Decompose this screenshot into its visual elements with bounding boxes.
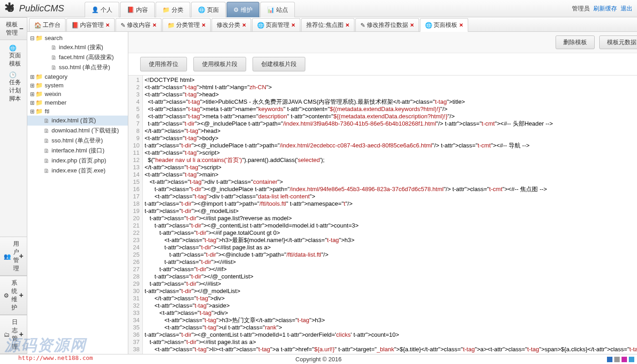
- expand-icon[interactable]: ⊞: [29, 100, 35, 106]
- code-line-14[interactable]: <t-attr">class="t-tag">main>: [145, 171, 637, 178]
- code-line-31[interactable]: </t-attr">class="t-tag">div>: [145, 295, 637, 302]
- section-head-1[interactable]: 👥用户管理+: [0, 237, 27, 276]
- code-line-1[interactable]: <!DOCTYPE html>: [145, 76, 637, 84]
- code-line-30[interactable]: t-attr">class="t-dir"></@_modelList>: [145, 288, 637, 295]
- code-line-36[interactable]: t-attr">class="t-dir"><@_contentList t-a…: [145, 331, 637, 339]
- sub-tab-1[interactable]: 📕内容管理✕: [66, 18, 115, 31]
- close-icon[interactable]: ✕: [242, 22, 246, 28]
- sub-tab-2[interactable]: ✎修改内容✕: [116, 18, 162, 31]
- tree-row-13[interactable]: 🗎index.php (首页.php): [27, 156, 128, 166]
- main-nav-tab-2[interactable]: 📁分类: [156, 2, 190, 17]
- code-editor[interactable]: 1234567891011121314151617181920212223242…: [128, 75, 637, 354]
- code-line-17[interactable]: <t-attr">class="t-tag">div t-attr">class…: [145, 193, 637, 200]
- sub-tab-6[interactable]: 推荐位:焦点图✕: [301, 18, 354, 31]
- code-line-2[interactable]: <t-attr">class="t-tag">html t-attr">lang…: [145, 84, 637, 91]
- theme-swatch-1[interactable]: [614, 357, 620, 362]
- code-line-5[interactable]: <t-attr">class="t-tag">meta t-attr">name…: [145, 106, 637, 113]
- expand-icon[interactable]: ⊞: [29, 91, 35, 97]
- close-icon[interactable]: ✕: [152, 22, 157, 28]
- sub-tab-5[interactable]: 🌐页面管理✕: [252, 18, 300, 31]
- sub-tab-7[interactable]: ✎修改推荐位数据✕: [355, 18, 419, 31]
- tree-row-0[interactable]: ⊟📁search: [27, 34, 128, 42]
- theme-swatch-2[interactable]: [622, 357, 627, 362]
- code-line-19[interactable]: t-attr">class="t-dir"><@_modelList>: [145, 207, 637, 215]
- code-line-15[interactable]: <t-attr">class="t-tag">div t-attr">class…: [145, 178, 637, 186]
- refresh-cache-link[interactable]: 刷新缓存: [593, 5, 617, 13]
- close-icon[interactable]: ✕: [291, 22, 295, 28]
- close-icon[interactable]: ✕: [106, 22, 110, 28]
- main-nav-tab-5[interactable]: 📊站点: [260, 2, 295, 17]
- expand-icon[interactable]: ⊞: [29, 108, 35, 115]
- theme-swatch-0[interactable]: [607, 357, 612, 362]
- tree-row-4[interactable]: ⊞📁category: [27, 72, 128, 81]
- code-line-37[interactable]: t-attr">class="t-dir"><#list page.list a…: [145, 339, 637, 346]
- theme-swatch-3[interactable]: [629, 357, 634, 362]
- code-line-7[interactable]: t-attr">class="t-dir"><@_includePlace t-…: [145, 120, 637, 127]
- tree-row-10[interactable]: 🗎download.html (下载链接): [27, 126, 128, 136]
- close-icon[interactable]: ✕: [202, 22, 206, 28]
- logout-link[interactable]: 退出: [621, 5, 632, 13]
- close-icon[interactable]: ✕: [345, 22, 349, 28]
- sub-tab-0[interactable]: 🏠工作台: [29, 18, 66, 31]
- code-line-33[interactable]: <t-attr">class="t-tag">div>: [145, 309, 637, 317]
- code-line-21[interactable]: t-attr">class="t-dir"><@_contentList t-a…: [145, 222, 637, 229]
- code-line-20[interactable]: t-attr">class="t-dir"><#list page.list?r…: [145, 215, 637, 222]
- expand-icon[interactable]: ⊟: [29, 35, 35, 41]
- sub-tab-4[interactable]: 修改分类✕: [212, 18, 251, 31]
- code-line-11[interactable]: <t-attr">class="t-tag">script>: [145, 149, 637, 157]
- toolbar-btn-1[interactable]: 模板元数据: [599, 35, 637, 49]
- main-nav-tab-3[interactable]: 🌐页面: [191, 2, 226, 17]
- tree-row-2[interactable]: 🗎facet.html (高级搜索): [27, 52, 128, 62]
- code-line-22[interactable]: t-attr">class="t-dir"><#if page.totalCou…: [145, 229, 637, 237]
- code-line-16[interactable]: t-attr">class="t-dir"><@_includePlace t-…: [145, 186, 637, 193]
- tree-row-12[interactable]: 🗎interface.html (接口): [27, 146, 128, 156]
- code-line-3[interactable]: <t-attr">class="t-tag">head>: [145, 91, 637, 98]
- toolbar2-btn-1[interactable]: 使用模板片段: [193, 57, 246, 71]
- file-tree[interactable]: ⊟📁search🗎index.html (搜索)🗎facet.html (高级搜…: [27, 32, 128, 354]
- code-line-32[interactable]: <t-attr">class="t-tag">aside>: [145, 302, 637, 309]
- tree-row-6[interactable]: ⊞📁weixin: [27, 90, 128, 98]
- close-icon[interactable]: ✕: [459, 22, 463, 28]
- code-line-25[interactable]: t-attr">class="t-dir"><@include t-attr">…: [145, 251, 637, 258]
- code-line-6[interactable]: <t-attr">class="t-tag">meta t-attr">name…: [145, 113, 637, 120]
- code-line-35[interactable]: <t-attr">class="t-tag">ul t-attr">class=…: [145, 324, 637, 331]
- code-line-9[interactable]: <t-attr">class="t-tag">body>: [145, 135, 637, 142]
- close-icon[interactable]: ✕: [410, 22, 414, 28]
- main-nav-tab-1[interactable]: 📕内容: [120, 2, 155, 17]
- code-line-27[interactable]: t-attr">class="t-dir"></#if>: [145, 266, 637, 273]
- tree-row-1[interactable]: 🗎index.html (搜索): [27, 42, 128, 52]
- code-line-18[interactable]: t-attr">class="t-dir"><@import t-attr">p…: [145, 200, 637, 207]
- code-line-23[interactable]: <t-attr">class="t-tag">h3>最新${model.name…: [145, 237, 637, 244]
- sub-tab-8[interactable]: 🌐页面模板✕: [420, 18, 468, 32]
- tree-row-8[interactable]: ⊞📁ftl: [27, 107, 128, 116]
- tree-row-14[interactable]: 🗎index.exe (首页.exe): [27, 166, 128, 176]
- toolbar-btn-0[interactable]: 删除模板: [556, 35, 595, 49]
- code-line-24[interactable]: t-attr">class="t-dir"><#list page.list a…: [145, 244, 637, 251]
- code-line-12[interactable]: $("header nav ul li a:contains('首页')").p…: [145, 157, 637, 164]
- code-line-26[interactable]: t-attr">class="t-dir"></#list>: [145, 258, 637, 266]
- tree-row-9[interactable]: 🗎index.html (首页): [27, 116, 128, 126]
- section-head-0[interactable]: 模板管理–: [0, 17, 27, 40]
- code-line-38[interactable]: <t-attr">class="t-tag">li><t-attr">class…: [145, 346, 637, 353]
- expand-icon[interactable]: ⊞: [29, 82, 35, 89]
- toolbar2-btn-0[interactable]: 使用推荐位: [140, 57, 187, 71]
- code-line-4[interactable]: <t-attr">class="t-tag">title>PublicCMS -…: [145, 98, 637, 106]
- code-line-34[interactable]: <t-attr">class="t-tag">h3>热门文章</t-attr">…: [145, 317, 637, 324]
- code-line-28[interactable]: t-attr">class="t-dir"></@_contentList>: [145, 273, 637, 280]
- tree-row-7[interactable]: ⊞📁member: [27, 98, 128, 107]
- section-head-3[interactable]: 🗂日志管理+: [0, 315, 27, 354]
- tree-row-3[interactable]: 🗎sso.html (单点登录): [27, 62, 128, 72]
- main-nav-tab-0[interactable]: 👤个人: [85, 2, 119, 17]
- toolbar2-btn-2[interactable]: 创建模板片段: [253, 57, 305, 71]
- code-line-29[interactable]: t-attr">class="t-dir"></#list>: [145, 280, 637, 288]
- sidebar-item-0-0[interactable]: 🌐页面模板: [0, 43, 27, 70]
- tree-row-5[interactable]: ⊞📁system: [27, 81, 128, 90]
- main-nav-tab-4[interactable]: ⚙维护: [227, 2, 259, 17]
- sidebar-item-0-1[interactable]: 🕒任务计划脚本: [0, 70, 27, 105]
- code-line-8[interactable]: </t-attr">class="t-tag">head>: [145, 127, 637, 135]
- code-lines[interactable]: <!DOCTYPE html><t-attr">class="t-tag">ht…: [143, 76, 637, 354]
- tree-row-11[interactable]: 🗎sso.html (单点登录): [27, 136, 128, 146]
- section-head-2[interactable]: ⚙系统维护+: [0, 276, 27, 315]
- code-line-13[interactable]: </t-attr">class="t-tag">script>: [145, 164, 637, 171]
- sub-tab-3[interactable]: 📁分类管理✕: [162, 18, 211, 31]
